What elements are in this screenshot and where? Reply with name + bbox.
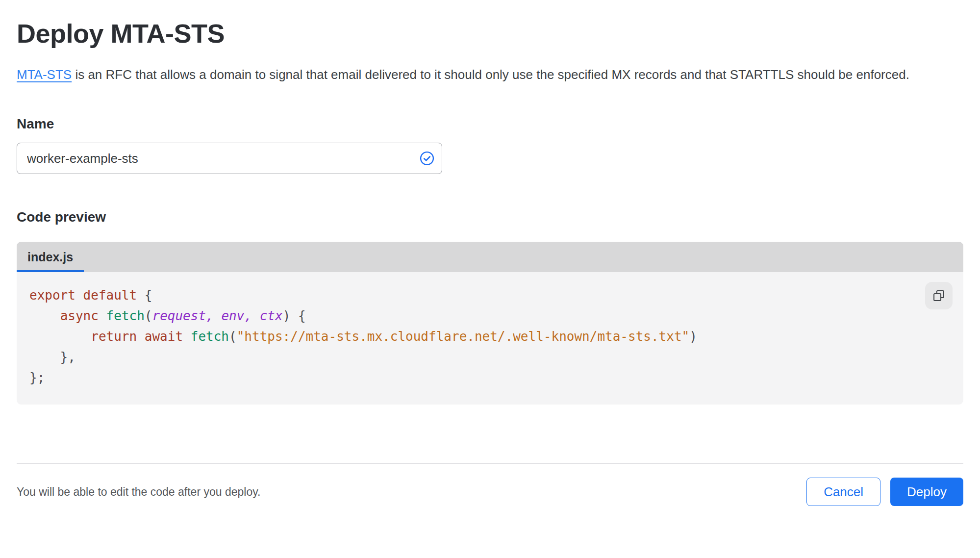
code-preview-block: index.js export default { async fetch(re… (17, 242, 963, 405)
code-tabbar: index.js (17, 242, 963, 272)
footer: You will be able to edit the code after … (17, 478, 963, 506)
deploy-button[interactable]: Deploy (890, 478, 963, 506)
footer-actions: Cancel Deploy (806, 478, 963, 506)
description: MTA-STS is an RFC that allows a domain t… (17, 64, 953, 86)
copy-icon (932, 289, 946, 303)
code-area: export default { async fetch(request, en… (17, 272, 963, 405)
mta-sts-link[interactable]: MTA-STS (17, 67, 72, 82)
check-circle-icon (420, 151, 434, 166)
code-preview-heading: Code preview (17, 209, 963, 225)
name-field-label: Name (17, 116, 963, 132)
code-content: export default { async fetch(request, en… (29, 285, 914, 388)
name-input[interactable] (17, 143, 442, 174)
copy-code-button[interactable] (925, 282, 953, 309)
tab-label: index.js (27, 250, 73, 264)
page-title: Deploy MTA-STS (17, 18, 963, 49)
description-text: is an RFC that allows a domain to signal… (72, 67, 909, 82)
footer-note: You will be able to edit the code after … (17, 485, 260, 499)
name-input-wrap (17, 143, 442, 174)
tab-index-js[interactable]: index.js (17, 242, 84, 272)
footer-divider (17, 463, 963, 464)
deploy-mta-sts-page: Deploy MTA-STS MTA-STS is an RFC that al… (0, 0, 980, 506)
cancel-button[interactable]: Cancel (806, 478, 880, 506)
